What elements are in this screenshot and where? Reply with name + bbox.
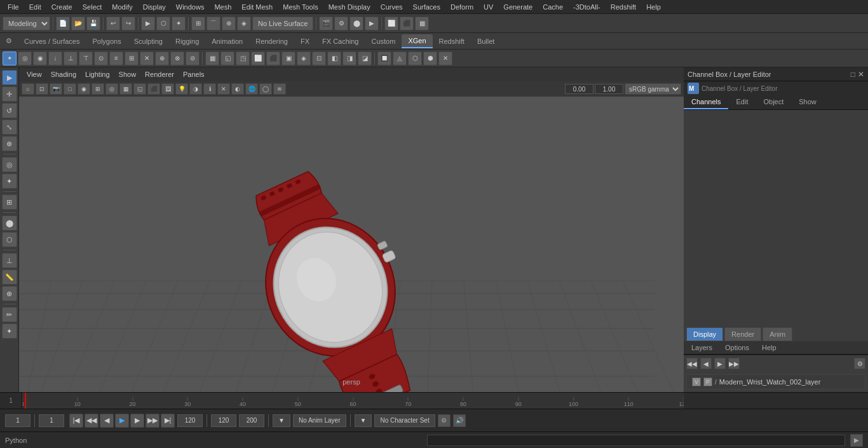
canvas-area[interactable]: x y z persp — [19, 97, 684, 392]
vp-light[interactable]: 💡 — [175, 83, 188, 95]
menu-mesh[interactable]: Mesh — [209, 2, 236, 12]
vp-display-mode3[interactable]: ⬛ — [147, 83, 160, 95]
layer-type-icon[interactable]: / — [715, 379, 717, 386]
rotate-tool[interactable]: ↺ — [2, 103, 17, 118]
select-tool-lt[interactable]: ▶ — [2, 70, 17, 85]
soft-select-tool[interactable]: ◎ — [2, 157, 17, 172]
vp-smooth[interactable]: ◉ — [78, 83, 90, 95]
vp-camera-home[interactable]: ⌂ — [22, 83, 34, 95]
next-frame-button[interactable]: ▶ — [130, 414, 144, 428]
vp-motion-blur[interactable]: ≋ — [273, 83, 286, 95]
camera-far-input[interactable] — [595, 84, 623, 94]
snap-together[interactable]: ⊥ — [2, 253, 17, 268]
cb-tab-object[interactable]: Object — [756, 95, 791, 109]
vp-hud[interactable]: ℹ — [203, 83, 216, 95]
render-button[interactable]: 🎬 — [319, 17, 333, 31]
open-scene-button[interactable]: 📂 — [71, 17, 85, 31]
xgen-icon-6[interactable]: ⊤ — [79, 51, 93, 65]
anim-start-input[interactable] — [211, 414, 236, 427]
layer-options-btn[interactable]: ⚙ — [854, 358, 865, 369]
render-settings-button[interactable]: ⚙ — [334, 17, 348, 31]
menu-modify[interactable]: Modify — [107, 2, 137, 12]
bc-settings-btn[interactable]: ⚙ — [438, 414, 451, 427]
timeline-ruler[interactable]: 0102030405060708090100110120 — [22, 393, 684, 409]
cb-tab-show[interactable]: Show — [791, 95, 824, 109]
xgen-icon-28[interactable]: ⬢ — [423, 51, 437, 65]
menu-mesh-display[interactable]: Mesh Display — [323, 2, 376, 12]
lasso-tool-button[interactable]: ⬡ — [156, 17, 170, 31]
layer-row[interactable]: V P / Modern_Wrist_Watch_002_layer — [686, 374, 865, 390]
sculpt-tool[interactable]: ⬤ — [2, 215, 17, 231]
measure-tool[interactable]: 📏 — [2, 269, 17, 285]
annotation-tool[interactable]: ⊕ — [2, 286, 17, 301]
layout3-button[interactable]: ▦ — [415, 17, 429, 31]
xgen-icon-29[interactable]: ✕ — [438, 51, 452, 65]
xgen-icon-5[interactable]: ⊥ — [64, 51, 78, 65]
xgen-tool[interactable]: ✦ — [2, 323, 17, 339]
vp-texture[interactable]: 🖼 — [161, 83, 174, 95]
tab-settings-icon[interactable]: ⚙ — [3, 35, 15, 48]
tab-rigging[interactable]: Rigging — [169, 35, 205, 48]
vp-menu-panels[interactable]: Panels — [179, 69, 208, 79]
cb-anim-tab[interactable]: Anim — [763, 327, 792, 341]
cb-subtab-layers[interactable]: Layers — [686, 343, 717, 353]
vp-backface[interactable]: ◐ — [231, 83, 244, 95]
menu-help[interactable]: Help — [641, 2, 666, 12]
channel-box-close-icon[interactable]: ✕ — [858, 70, 864, 79]
cb-render-tab[interactable]: Render — [724, 327, 761, 341]
menu-edit-mesh[interactable]: Edit Mesh — [236, 2, 278, 12]
xgen-icon-14[interactable]: ▦ — [205, 51, 219, 65]
move-tool[interactable]: ✛ — [2, 86, 17, 102]
layout2-button[interactable]: ⬛ — [400, 17, 414, 31]
menu-uv[interactable]: UV — [478, 2, 498, 12]
go-to-end-button[interactable]: ▶| — [161, 414, 175, 428]
menu-edit[interactable]: Edit — [24, 2, 46, 12]
vp-shadow[interactable]: ◑ — [189, 83, 202, 95]
xgen-icon-19[interactable]: ▣ — [281, 51, 295, 65]
menu-cache[interactable]: Cache — [538, 2, 568, 12]
xgen-icon-17[interactable]: ⬜ — [251, 51, 265, 65]
menu-create[interactable]: Create — [46, 2, 78, 12]
tab-fx-caching[interactable]: FX Caching — [316, 35, 365, 48]
menu-3dtoa[interactable]: -3DtoAll- — [568, 2, 606, 12]
xgen-icon-12[interactable]: ⊗ — [170, 51, 184, 65]
viewport[interactable]: View Shading Lighting Show Renderer Pane… — [19, 67, 684, 392]
play-forward-button[interactable]: ▶ — [115, 414, 129, 428]
vp-grid[interactable]: ⊞ — [92, 83, 104, 95]
snap-point-button[interactable]: ⊕ — [222, 17, 236, 31]
anim-end-input[interactable] — [239, 414, 264, 427]
menu-redshift[interactable]: Redshift — [606, 2, 641, 12]
menu-select[interactable]: Select — [78, 2, 107, 12]
tab-xgen[interactable]: XGen — [402, 34, 432, 48]
range-end-input[interactable] — [177, 414, 203, 427]
menu-file[interactable]: File — [3, 2, 24, 12]
xgen-icon-11[interactable]: ⊕ — [155, 51, 169, 65]
tab-redshift[interactable]: Redshift — [433, 35, 471, 48]
layer-visibility-v[interactable]: V — [692, 377, 701, 386]
xgen-icon-16[interactable]: ◳ — [236, 51, 250, 65]
snap-grid-button[interactable]: ⊞ — [191, 17, 205, 31]
tab-animation[interactable]: Animation — [205, 35, 249, 48]
grease-pencil[interactable]: ✏ — [2, 307, 17, 322]
go-to-start-button[interactable]: |◀ — [69, 414, 83, 428]
menu-generate[interactable]: Generate — [498, 2, 538, 12]
paint-select-button[interactable]: ✦ — [172, 17, 186, 31]
bc-audio-btn[interactable]: 🔊 — [453, 414, 466, 427]
redo-button[interactable]: ↪ — [121, 17, 135, 31]
tab-curves-surfaces[interactable]: Curves / Surfaces — [18, 35, 86, 48]
cb-subtab-help[interactable]: Help — [757, 343, 782, 353]
layer-left-arrow[interactable]: ◀◀ — [686, 358, 698, 369]
xgen-icon-1[interactable]: ✦ — [3, 51, 17, 65]
xgen-icon-26[interactable]: ◬ — [393, 51, 407, 65]
show-manip-tool[interactable]: ⊞ — [2, 194, 17, 210]
xgen-icon-23[interactable]: ◨ — [342, 51, 356, 65]
vp-menu-show[interactable]: Show — [115, 69, 140, 79]
paint-weight-tool[interactable]: ⬡ — [2, 232, 17, 247]
menu-mesh-tools[interactable]: Mesh Tools — [278, 2, 323, 12]
snap-surface-button[interactable]: ◈ — [237, 17, 251, 31]
vp-menu-shading[interactable]: Shading — [47, 69, 80, 79]
xgen-icon-20[interactable]: ◈ — [297, 51, 311, 65]
xgen-icon-15[interactable]: ◱ — [220, 51, 234, 65]
color-space-dropdown[interactable]: sRGB gamma — [625, 83, 681, 95]
channel-box-float-icon[interactable]: □ — [851, 70, 855, 79]
